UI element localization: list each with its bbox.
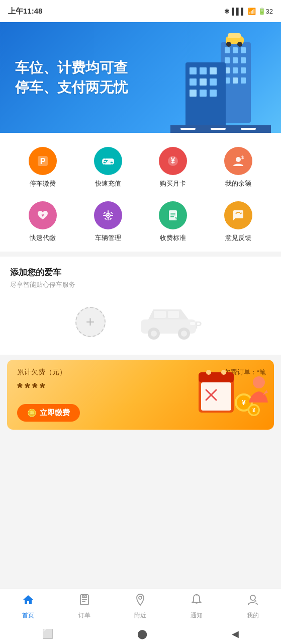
content-spacer bbox=[0, 435, 281, 535]
svg-rect-5 bbox=[233, 57, 238, 63]
debt-info: 累计欠费（元） **** 🪙 立即缴费 bbox=[17, 368, 80, 422]
svg-point-86 bbox=[139, 596, 142, 599]
svg-point-63 bbox=[181, 331, 187, 337]
svg-rect-84 bbox=[82, 595, 84, 597]
svg-rect-12 bbox=[241, 77, 246, 84]
pay-now-button[interactable]: 🪙 立即缴费 bbox=[17, 404, 80, 422]
svg-rect-82 bbox=[82, 599, 87, 600]
banner-illustration bbox=[170, 32, 271, 133]
svg-rect-9 bbox=[241, 67, 246, 73]
my-balance-icon: $ bbox=[224, 147, 252, 175]
quick-recharge-label: 快速充值 bbox=[95, 179, 121, 188]
quick-recharge-icon bbox=[94, 147, 122, 175]
svg-rect-1 bbox=[225, 47, 230, 53]
svg-rect-17 bbox=[190, 78, 197, 86]
svg-point-25 bbox=[226, 42, 231, 47]
mine-icon bbox=[246, 593, 259, 609]
svg-rect-49 bbox=[110, 212, 113, 214]
svg-rect-16 bbox=[210, 67, 217, 74]
banner-line2: 停车、支付两无忧 bbox=[15, 79, 128, 95]
notify-label: 通知 bbox=[191, 611, 203, 620]
svg-rect-24 bbox=[228, 33, 241, 38]
nearby-icon bbox=[134, 593, 147, 609]
svg-point-61 bbox=[151, 331, 157, 337]
orders-icon bbox=[78, 593, 91, 609]
svg-point-69 bbox=[206, 370, 211, 375]
vehicle-mgmt-icon bbox=[94, 201, 122, 229]
menu-item-my-balance[interactable]: $ 我的余额 bbox=[206, 143, 271, 192]
menu-item-vehicle-mgmt[interactable]: 车辆管理 bbox=[75, 197, 141, 247]
svg-point-79 bbox=[253, 376, 265, 388]
menu-section: P 停车缴费 快速充值 ¥ bbox=[0, 133, 281, 252]
banner-text: 车位、计费均可查 停车、支付两无忧 bbox=[15, 58, 128, 97]
menu-item-parking-fee[interactable]: P 停车缴费 bbox=[10, 143, 75, 192]
svg-point-39 bbox=[236, 157, 241, 162]
svg-rect-29 bbox=[211, 128, 226, 130]
svg-rect-53 bbox=[170, 213, 175, 214]
quick-pay-icon: ♥ bbox=[29, 201, 57, 229]
svg-text:♥: ♥ bbox=[41, 213, 44, 218]
nav-item-home[interactable]: 首页 bbox=[16, 590, 41, 623]
menu-item-buy-monthly[interactable]: ¥ 购买月卡 bbox=[141, 143, 206, 192]
menu-item-quick-pay[interactable]: ♥ 快速代缴 bbox=[10, 197, 75, 247]
svg-text:¥: ¥ bbox=[171, 156, 175, 165]
fee-standard-icon: $ bbox=[159, 201, 187, 229]
quick-pay-label: 快速代缴 bbox=[30, 233, 56, 243]
android-back-btn[interactable]: ◀ bbox=[232, 628, 239, 639]
nav-item-notify[interactable]: 通知 bbox=[184, 590, 209, 623]
svg-point-43 bbox=[107, 214, 109, 216]
home-icon bbox=[22, 593, 35, 609]
debt-banner[interactable]: 累计欠费（元） **** 🪙 立即缴费 欠费订单：*笔 ¥ ¥ bbox=[7, 360, 274, 430]
svg-point-70 bbox=[221, 370, 226, 375]
svg-rect-50 bbox=[104, 218, 107, 220]
menu-item-fee-standard[interactable]: $ 收费标准 bbox=[141, 197, 206, 247]
svg-rect-19 bbox=[210, 78, 217, 86]
svg-point-87 bbox=[196, 594, 198, 596]
menu-item-feedback[interactable]: 意见反馈 bbox=[206, 197, 271, 247]
car-illustration: + P bbox=[10, 299, 271, 345]
svg-rect-15 bbox=[200, 67, 207, 74]
fee-standard-label: 收费标准 bbox=[160, 233, 186, 243]
svg-text:$: $ bbox=[241, 155, 244, 160]
feedback-label: 意见反馈 bbox=[225, 233, 251, 243]
svg-rect-46 bbox=[103, 215, 106, 216]
status-icons: ✱ ▌▌▌ 📶 🔋32 bbox=[224, 8, 273, 15]
svg-point-88 bbox=[250, 595, 255, 600]
android-square-btn[interactable]: ⬜ bbox=[42, 628, 53, 639]
vehicle-mgmt-label: 车辆管理 bbox=[95, 233, 121, 243]
car-section-subtitle: 尽享智能贴心停车服务 bbox=[10, 280, 271, 289]
svg-rect-20 bbox=[190, 90, 197, 97]
add-car-button[interactable]: + bbox=[75, 307, 106, 337]
debt-label: 累计欠费（元） bbox=[17, 368, 80, 377]
svg-rect-30 bbox=[241, 128, 256, 130]
buy-monthly-label: 购买月卡 bbox=[160, 179, 186, 188]
parking-fee-label: 停车缴费 bbox=[30, 179, 56, 188]
notify-icon bbox=[190, 593, 203, 609]
orders-label: 订单 bbox=[78, 611, 90, 620]
svg-rect-83 bbox=[82, 601, 85, 602]
svg-text:P: P bbox=[195, 319, 202, 331]
bottom-nav: 首页 订单 附近 bbox=[0, 589, 281, 624]
nav-item-mine[interactable]: 我的 bbox=[240, 590, 265, 623]
debt-illustration: ¥ ¥ bbox=[189, 360, 269, 430]
status-time: 上午11:48 bbox=[8, 7, 42, 16]
car-section-title: 添加您的爱车 bbox=[10, 267, 271, 278]
svg-rect-2 bbox=[233, 47, 238, 53]
svg-rect-47 bbox=[110, 215, 113, 216]
nearby-label: 附近 bbox=[134, 611, 146, 620]
feedback-icon bbox=[224, 201, 252, 229]
svg-rect-51 bbox=[109, 218, 112, 220]
svg-text:P: P bbox=[40, 157, 46, 166]
android-nav: ⬜ ⬤ ◀ bbox=[0, 624, 281, 644]
nav-item-nearby[interactable]: 附近 bbox=[128, 590, 153, 623]
signal-icon: ▌▌▌ bbox=[232, 8, 246, 15]
battery-icon: 🔋32 bbox=[258, 8, 273, 15]
svg-rect-67 bbox=[199, 372, 234, 382]
banner-line1: 车位、计费均可查 bbox=[15, 60, 128, 75]
svg-rect-54 bbox=[170, 215, 175, 216]
nav-item-orders[interactable]: 订单 bbox=[72, 590, 97, 623]
menu-item-quick-recharge[interactable]: 快速充值 bbox=[75, 143, 141, 192]
debt-amount: **** bbox=[17, 380, 80, 396]
android-circle-btn[interactable]: ⬤ bbox=[137, 628, 147, 639]
coin-icon: 🪙 bbox=[27, 409, 37, 418]
